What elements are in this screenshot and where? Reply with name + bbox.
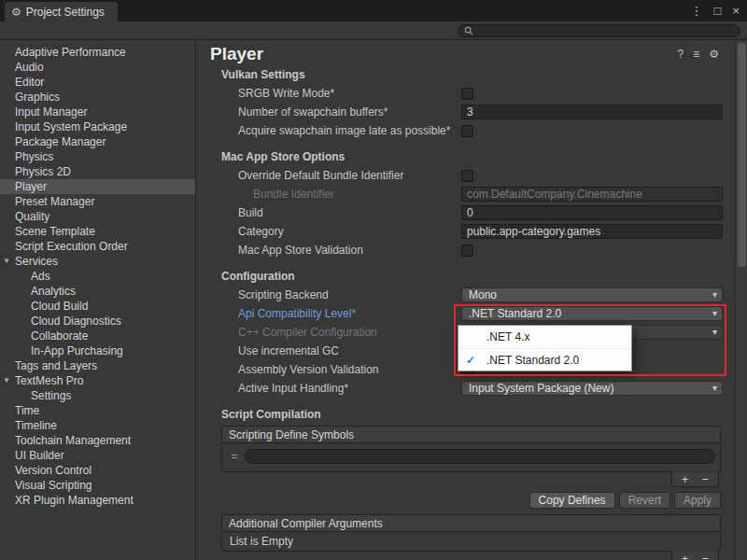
sidebar-item-preset-manager[interactable]: Preset Manager <box>0 194 195 209</box>
settings-gear-icon[interactable]: ⚙ <box>709 48 719 61</box>
sidebar-item-services[interactable]: ▼Services <box>0 254 195 269</box>
sidebar-item-textmesh-pro[interactable]: ▼TextMesh Pro <box>0 373 195 388</box>
settings-row-bundle-identifier: Bundle Identifiercom.DefaultCompany.Cine… <box>197 185 723 203</box>
sidebar-item-timeline[interactable]: Timeline <box>0 418 195 433</box>
maximize-icon[interactable]: □ <box>714 4 722 18</box>
sidebar-item-label: Tags and Layers <box>15 359 97 372</box>
sidebar-item-version-control[interactable]: Version Control <box>0 463 195 478</box>
scripting-define-symbols-title: Scripting Define Symbols <box>222 427 720 443</box>
sidebar-item-player[interactable]: Player <box>0 179 195 194</box>
popup-item-net-4-x[interactable]: .NET 4.x <box>458 326 631 348</box>
close-icon[interactable]: × <box>732 4 740 18</box>
scrollbar-track[interactable] <box>735 40 747 560</box>
popup-item-label: .NET 4.x <box>486 330 529 343</box>
toggle-mac-app-store-validation[interactable] <box>461 245 473 257</box>
tab-project-settings[interactable]: ⚙ Project Settings <box>5 2 118 21</box>
row-label-c-compiler-configuration: C++ Compiler Configuration <box>238 326 461 339</box>
sidebar-item-xr-plugin-management[interactable]: XR Plugin Management <box>0 493 195 508</box>
chevron-down-icon: ▾ <box>712 288 717 301</box>
sidebar-item-label: Graphics <box>15 91 60 104</box>
sidebar-item-label: Scene Template <box>15 225 95 238</box>
settings-row-mac-app-store-validation: Mac App Store Validation <box>197 241 723 259</box>
sidebar-item-visual-scripting[interactable]: Visual Scripting <box>0 478 195 493</box>
sidebar-item-toolchain-management[interactable]: Toolchain Management <box>0 433 195 448</box>
presets-icon[interactable]: ≡ <box>693 48 699 61</box>
remove-define-button[interactable]: − <box>701 473 709 485</box>
sidebar-item-label: Player <box>15 180 47 193</box>
toggle-override-default-bundle-identifier[interactable] <box>461 170 473 182</box>
api-compatibility-dropdown-menu: .NET 4.x✓.NET Standard 2.0 <box>458 325 632 371</box>
sidebar-item-analytics[interactable]: Analytics <box>0 284 195 299</box>
sidebar-item-scene-template[interactable]: Scene Template <box>0 224 195 239</box>
row-label-use-incremental-gc: Use incremental GC <box>238 344 461 357</box>
add-define-button[interactable]: + <box>682 473 689 485</box>
sidebar-item-label: Cloud Diagnostics <box>31 315 121 328</box>
sidebar-item-physics[interactable]: Physics <box>0 149 195 164</box>
field-number-of-swapchain-buffers[interactable]: 3 <box>461 105 723 119</box>
sidebar-item-physics-2d[interactable]: Physics 2D <box>0 164 195 179</box>
kebab-menu-icon[interactable]: ⋮ <box>691 4 703 18</box>
scrollbar-thumb[interactable] <box>738 43 746 267</box>
define-symbols-footer: + − <box>197 472 719 487</box>
row-label-acquire-swapchain-image-late-as-possible: Acquire swapchain image late as possible… <box>238 124 461 137</box>
sidebar-item-in-app-purchasing[interactable]: In-App Purchasing <box>0 343 195 358</box>
sidebar-item-time[interactable]: Time <box>0 403 195 418</box>
section-header-vulkan-settings: Vulkan Settings <box>197 65 747 84</box>
field-category[interactable]: public.app-category.games <box>461 224 723 239</box>
apply-button[interactable]: Apply <box>674 492 721 509</box>
additional-compiler-arguments-title: Additional Compiler Arguments <box>222 515 720 532</box>
foldout-arrow-icon[interactable]: ▼ <box>3 254 10 269</box>
sidebar-item-label: Adaptive Performance <box>15 46 126 59</box>
drag-handle-icon[interactable]: = <box>230 450 239 463</box>
remove-argument-button[interactable]: − <box>701 553 709 560</box>
sidebar-item-cloud-diagnostics[interactable]: Cloud Diagnostics <box>0 314 195 329</box>
sidebar-item-label: Package Manager <box>15 135 106 148</box>
row-label-mac-app-store-validation: Mac App Store Validation <box>238 244 461 257</box>
popup-item-net-standard-2-0[interactable]: ✓.NET Standard 2.0 <box>458 348 631 371</box>
toggle-srgb-write-mode[interactable] <box>461 88 473 100</box>
dropdown-api-compatibility-level[interactable]: .NET Standard 2.0▾ <box>461 306 723 321</box>
field-build[interactable]: 0 <box>461 205 723 220</box>
sidebar-item-editor[interactable]: Editor <box>0 75 195 90</box>
help-icon[interactable]: ? <box>678 48 684 61</box>
sidebar-item-package-manager[interactable]: Package Manager <box>0 134 195 149</box>
field-bundle-identifier[interactable]: com.DefaultCompany.Cinemachine <box>461 187 723 202</box>
revert-button[interactable]: Revert <box>619 492 670 509</box>
row-label-scripting-backend: Scripting Backend <box>238 288 461 301</box>
sidebar-item-graphics[interactable]: Graphics <box>0 90 195 105</box>
section-header-mac-app-store-options: Mac App Store Options <box>197 147 747 166</box>
toggle-acquire-swapchain-image-late-as-possible[interactable] <box>461 125 473 137</box>
sidebar-item-input-manager[interactable]: Input Manager <box>0 105 195 119</box>
sidebar-item-quality[interactable]: Quality <box>0 209 195 224</box>
copy-defines-button[interactable]: Copy Defines <box>529 492 615 509</box>
sidebar-item-adaptive-performance[interactable]: Adaptive Performance <box>0 45 195 60</box>
sidebar-item-label: Preset Manager <box>15 195 94 208</box>
dropdown-scripting-backend[interactable]: Mono▾ <box>461 287 723 302</box>
sidebar-item-label: Analytics <box>31 285 76 298</box>
row-label-bundle-identifier: Bundle Identifier <box>238 188 461 201</box>
settings-row-acquire-swapchain-image-late-as-possible: Acquire swapchain image late as possible… <box>197 121 723 140</box>
title-bar: ⚙ Project Settings ⋮ □ × <box>0 0 747 21</box>
sidebar-item-audio[interactable]: Audio <box>0 60 195 75</box>
sidebar-item-script-execution-order[interactable]: Script Execution Order <box>0 239 195 254</box>
dropdown-active-input-handling[interactable]: Input System Package (New)▾ <box>461 381 723 396</box>
search-input[interactable] <box>477 25 734 36</box>
sidebar-item-ui-builder[interactable]: UI Builder <box>0 448 195 463</box>
sidebar-item-input-system-package[interactable]: Input System Package <box>0 119 195 134</box>
sidebar-item-ads[interactable]: Ads <box>0 269 195 284</box>
sidebar-item-label: Toolchain Management <box>15 434 131 447</box>
sidebar-item-cloud-build[interactable]: Cloud Build <box>0 299 195 314</box>
add-argument-button[interactable]: + <box>682 553 689 560</box>
foldout-arrow-icon[interactable]: ▼ <box>3 373 10 388</box>
define-symbol-input[interactable] <box>245 449 715 464</box>
sidebar-item-settings[interactable]: Settings <box>0 388 195 403</box>
sidebar-item-tags-and-layers[interactable]: Tags and Layers <box>0 358 195 373</box>
row-label-assembly-version-validation: Assembly Version Validation <box>238 363 461 376</box>
dropdown-value: Input System Package (New) <box>469 382 613 395</box>
sidebar-item-label: Timeline <box>15 419 57 432</box>
search-bar[interactable] <box>458 24 740 37</box>
chevron-down-icon: ▾ <box>712 326 717 339</box>
sidebar-item-collaborate[interactable]: Collaborate <box>0 329 195 343</box>
sidebar-item-label: UI Builder <box>15 449 64 462</box>
sidebar-item-label: Physics <box>15 150 53 163</box>
